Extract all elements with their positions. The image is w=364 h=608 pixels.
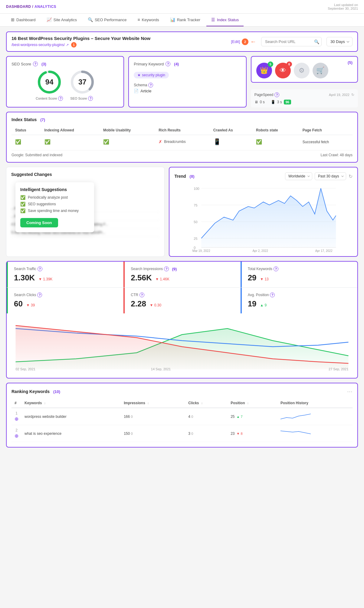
icons-card: (5) 👑 5 👁 6 ⚙ 🛒: [251, 56, 358, 83]
search-post-wrapper: 🔍: [261, 37, 322, 46]
trend-title-row: Trend (8): [174, 174, 194, 179]
section-num-7: (7): [40, 117, 45, 122]
trend-title: Trend: [174, 174, 186, 179]
tooltip-item-label-3: Save spending time and money: [28, 209, 79, 213]
clicks-help: ?: [37, 292, 42, 297]
position-change-2: ▼ 8: [237, 432, 243, 435]
tab-seo-performance[interactable]: 🔍 SEO Performance: [83, 14, 132, 26]
expand-icon-1[interactable]: ⊕: [15, 416, 18, 422]
nav-tabs: ⊞ Dashboard 📈 Site Analytics 🔍 SEO Perfo…: [0, 14, 364, 27]
tab-index-status[interactable]: ☰ Index Status: [206, 14, 244, 26]
refresh-icon[interactable]: ↻: [351, 93, 354, 97]
sparkline-chart-2: [280, 428, 311, 438]
position-2: 23 ▼ 8: [228, 425, 277, 442]
indexing-check: ✅: [44, 139, 51, 144]
desktop-speed: 🖥 0 s: [254, 100, 265, 104]
expand-icon-2[interactable]: ⊕: [15, 433, 18, 439]
tab-dashboard-label: Dashboard: [16, 18, 36, 22]
three-dots-menu[interactable]: ⋯: [347, 388, 353, 395]
position-change-1: ▲ 7: [237, 415, 243, 418]
col-rich: Rich Results: [155, 126, 209, 135]
tab-keywords[interactable]: ≡ Keywords: [133, 14, 164, 26]
index-status-header: Index Status (7): [11, 117, 353, 122]
google-status: Google: Submitted and indexed: [11, 153, 62, 157]
trend-location-select[interactable]: Worldwide: [285, 172, 312, 180]
search-traffic-change: ▼ 1.39K: [38, 277, 53, 281]
coming-soon-button[interactable]: Coming Soon: [20, 218, 58, 227]
right-cards: (5) 👑 5 👁 6 ⚙ 🛒 PageS: [251, 56, 358, 107]
search-traffic-label: Search Traffic ?: [14, 266, 117, 271]
table-row: 2 ⊕ what is seo experience 150 0 3 0: [11, 425, 353, 442]
ctr-label-row: CTR ?: [131, 292, 234, 297]
analytics-card: Search Traffic ? 1.30K ▼ 1.39K Search Im…: [6, 261, 358, 378]
analytics-top-grid: Search Traffic ? 1.30K ▼ 1.39K Search Im…: [7, 262, 357, 287]
tooltip-item-1: ✅ Periodically analyze post: [20, 195, 89, 200]
seo-score-help: ?: [88, 96, 93, 101]
search-traffic-value-row: 1.30K ▼ 1.39K: [14, 273, 117, 283]
search-traffic-cell: Search Traffic ? 1.30K ▼ 1.39K: [7, 262, 123, 287]
analytics-chart-area: 02 Sep, 2021 14 Sep, 2021 27 Sep, 2021: [7, 313, 357, 378]
mobile-score-badge: 96: [284, 100, 291, 104]
edit-label[interactable]: [Edit]: [231, 39, 240, 44]
tab-rank-tracker[interactable]: 📊 Rank Tracker: [165, 14, 205, 26]
content-score-item: 94 Content Score ?: [36, 70, 63, 101]
tab-dashboard[interactable]: ⊞ Dashboard: [6, 14, 41, 26]
clicks-2: 3 0: [185, 425, 228, 442]
svg-text:75: 75: [194, 203, 198, 207]
avg-position-value: 19: [248, 299, 257, 308]
ctr-value-row: 2.28 ▼ 0.30: [131, 299, 234, 309]
tab-site-analytics[interactable]: 📈 Site Analytics: [42, 14, 82, 26]
score-circles: 94 Content Score ? 37: [11, 70, 119, 101]
site-analytics-icon: 📈: [47, 17, 52, 22]
icon-circles: 👑 5 👁 6 ⚙ 🛒: [256, 63, 346, 78]
crawled-icon: 📱: [213, 138, 221, 145]
rank-tracker-icon: 📊: [170, 17, 175, 22]
svg-text:Mar 19, 2022: Mar 19, 2022: [192, 249, 210, 253]
keywords-sort[interactable]: ↕: [44, 401, 46, 405]
post-url-text: /best-wordpress-security-plugins/: [11, 43, 65, 47]
trend-card: Trend (8) Worldwide Past 30 days ↻ 100: [169, 167, 358, 257]
section-num-8: (8): [190, 174, 195, 179]
trend-refresh-icon[interactable]: ↻: [349, 173, 353, 179]
breadcrumb-separator: /: [32, 5, 33, 9]
clicks-sort[interactable]: ↕: [201, 401, 203, 405]
post-url: /best-wordpress-security-plugins/ ↗ 1: [11, 42, 231, 48]
sparkline-2: [277, 425, 353, 442]
impressions-sort[interactable]: ↕: [147, 401, 149, 405]
col-position: Position ↕: [228, 398, 277, 408]
position-1: 25 ▲ 7: [228, 408, 277, 425]
total-keywords-label-row: Total Keywords ?: [248, 266, 351, 271]
mobile-icon: 📱: [271, 100, 275, 104]
desktop-icon: 🖥: [254, 100, 258, 104]
tooltip-item-label-2: SEO suggestions: [28, 202, 56, 206]
last-updated: Last updated on September 30, 2021: [328, 3, 358, 10]
search-impressions-cell: Search Impressions ? (9) 2.56K ▼ 1.46K: [123, 262, 240, 287]
row-2-num: 2 ⊕: [11, 425, 21, 442]
search-post-input[interactable]: [261, 37, 322, 46]
col-crawled: Crawled As: [210, 126, 252, 135]
ctr-value: 2.28: [131, 299, 146, 308]
cart-icon-circle[interactable]: 🛒: [313, 63, 328, 78]
analytics-bottom-grid: Search Clicks ? 60 ▼ 39 CTR ? 2.28 ▼ 0.3…: [7, 287, 357, 313]
pagespeed-label: PageSpeed: [254, 93, 274, 97]
days-select[interactable]: 30 Days: [326, 37, 353, 46]
section-num-10: (10): [53, 389, 60, 394]
keyword-1: wordpress website builder: [21, 408, 121, 425]
trend-header: Trend (8) Worldwide Past 30 days ↻: [174, 172, 353, 180]
seo-score-card: SEO Score ? (3) 94 Content Score ?: [6, 56, 124, 107]
crown-icon-wrapper: 👑 5: [256, 63, 272, 78]
tab-index-status-label: Index Status: [217, 18, 239, 22]
avg-position-value-row: 19 ▲ 9: [248, 299, 351, 309]
col-keywords: Keywords ↕: [21, 398, 121, 408]
gear-icon-circle[interactable]: ⚙: [294, 63, 310, 78]
col-num: #: [11, 398, 21, 408]
position-sort[interactable]: ↕: [247, 401, 249, 405]
help-icon: ?: [33, 61, 38, 66]
trend-period-select[interactable]: Past 30 days: [315, 172, 346, 180]
ctr-cell: CTR ? 2.28 ▼ 0.30: [123, 288, 240, 313]
seo-score-value: 37: [78, 78, 87, 86]
primary-keyword-title: Primary Keyword ? (4): [134, 61, 241, 66]
seo-score-label: SEO Score: [11, 62, 31, 66]
seo-performance-icon: 🔍: [88, 17, 93, 22]
document-icon: 📄: [134, 89, 139, 93]
